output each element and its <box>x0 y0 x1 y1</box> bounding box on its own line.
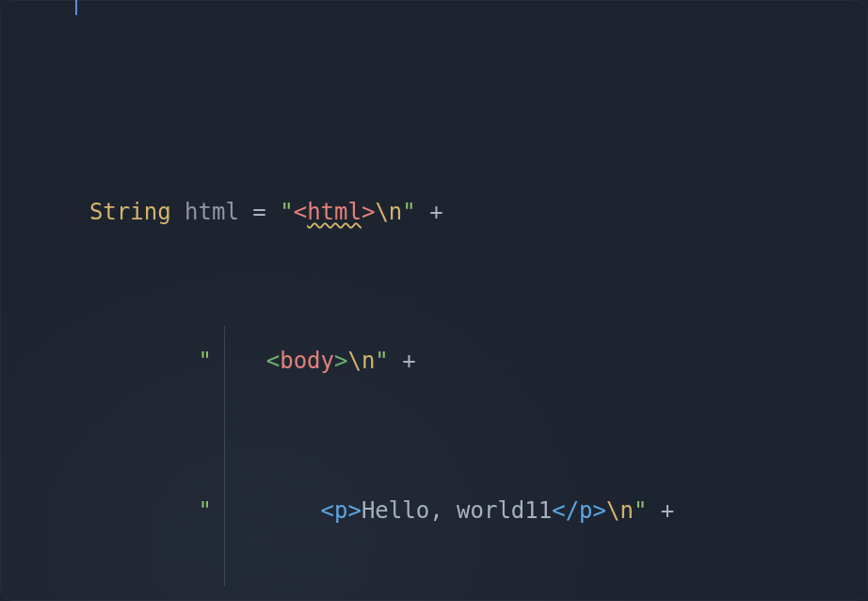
angle-bracket: > <box>334 348 347 374</box>
code-line: " <p>Hello, world11</p>\n" + <box>62 493 868 530</box>
string-quote: " <box>199 348 266 374</box>
angle-bracket: > <box>347 497 361 524</box>
tag-html: html <box>307 199 362 225</box>
operator: + <box>416 199 443 225</box>
code-line: String html = "<html>\n" + <box>62 194 868 232</box>
string-quote: " <box>402 199 415 225</box>
code-line: " <body>\n" + <box>62 343 868 381</box>
string-quote: " <box>634 497 647 524</box>
operator: = <box>239 199 280 225</box>
escape-seq: \n <box>606 497 634 524</box>
tag-p: p <box>579 497 592 524</box>
escape-seq: \n <box>347 348 375 374</box>
tag-p: p <box>334 497 347 524</box>
gutter <box>0 8 40 601</box>
string-text: Hello, world11 <box>362 497 552 524</box>
tag-body: body <box>280 348 334 374</box>
angle-bracket: </ <box>552 497 579 524</box>
indent-guide <box>224 326 225 586</box>
escape-seq: \n <box>375 199 402 225</box>
angle-bracket: > <box>362 199 375 225</box>
code-area[interactable]: String html = "<html>\n" + " <body>\n" +… <box>58 8 868 601</box>
operator: + <box>647 497 674 524</box>
angle-bracket: < <box>294 199 307 225</box>
identifier: html <box>185 199 239 225</box>
operator: + <box>389 348 416 374</box>
angle-bracket: > <box>593 497 606 524</box>
angle-bracket: < <box>321 497 334 524</box>
string-quote: " <box>280 199 293 225</box>
string-quote: " <box>199 497 321 524</box>
fold-column <box>40 8 58 601</box>
keyword-type: String <box>89 199 171 225</box>
code-editor[interactable]: String html = "<html>\n" + " <body>\n" +… <box>0 0 868 601</box>
string-quote: " <box>375 348 388 374</box>
angle-bracket: < <box>266 348 280 374</box>
